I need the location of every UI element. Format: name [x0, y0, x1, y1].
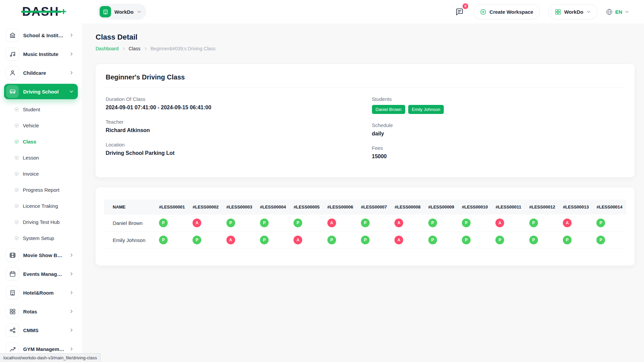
chat-icon — [455, 8, 464, 16]
field-location: LocationDriving School Parking Lot — [106, 142, 359, 156]
attendance-absent-mark: A — [193, 219, 201, 227]
chevron-down-icon — [69, 89, 74, 94]
sidebar-subitem-label: Vehicle — [23, 123, 39, 128]
language-selector[interactable]: EN — [606, 8, 629, 15]
workspace-dropdown[interactable]: WorkDo — [548, 4, 598, 19]
sidebar-subitem-system-setup[interactable]: System Setup — [4, 231, 78, 245]
sidebar-item-label: GYM Management — [23, 346, 65, 352]
sidebar: School & InstituteMusic InstituteChildca… — [0, 23, 82, 362]
column-header-less00007: #LESS00007 — [357, 199, 390, 215]
chevron-right-icon — [69, 309, 74, 314]
sidebar-item-music-institute[interactable]: Music Institute — [4, 46, 78, 62]
attendance-cell: P — [592, 215, 626, 232]
field-duration-of-class: Duration Of Class2024-09-01 07:41:00 - 2… — [106, 96, 359, 111]
sidebar-item-label: Hotel&Room — [23, 290, 65, 296]
field-value: 2024-09-01 07:41:00 - 2024-09-15 06:41:0… — [106, 105, 359, 111]
sidebar-item-school-institute[interactable]: School & Institute — [4, 27, 78, 43]
messages-button[interactable]: 0 — [454, 6, 465, 17]
sidebar-item-driving-school[interactable]: Driving School — [4, 84, 78, 99]
attendance-cell: A — [289, 232, 323, 249]
sidebar-item-cmms[interactable]: CMMS — [4, 322, 78, 338]
sidebar-item-label: CMMS — [23, 327, 65, 333]
attendance-present-mark: P — [596, 236, 605, 244]
field-label: Duration Of Class — [106, 96, 359, 102]
create-workspace-button[interactable]: Create Workspace — [473, 4, 540, 19]
messages-badge: 0 — [463, 3, 468, 9]
sidebar-subitem-vehicle[interactable]: Vehicle — [4, 119, 78, 132]
attendance-present-mark: P — [226, 219, 235, 227]
attendance-absent-mark: A — [327, 219, 336, 227]
sidebar-subitem-label: Driving Test Hub — [23, 219, 60, 225]
field-label: Schedule — [372, 122, 625, 128]
workspace-switcher[interactable]: WorkDo — [97, 4, 146, 20]
page-title: Class Detail — [96, 33, 635, 42]
attendance-cell: P — [256, 215, 289, 232]
chevron-down-icon — [137, 9, 142, 14]
attendance-present-mark: P — [462, 219, 471, 227]
sidebar-item-rotas[interactable]: Rotas — [4, 304, 78, 319]
fields-right: ScheduledailyFees15000 — [372, 122, 625, 160]
attendance-cell: A — [390, 215, 424, 232]
events-icon — [6, 267, 19, 280]
column-header-less00001: #LESS00001 — [155, 199, 189, 215]
column-header-less00002: #LESS00002 — [189, 199, 222, 215]
sidebar-subitem-licence-traking[interactable]: Licence Traking — [4, 199, 78, 213]
class-card-body: Duration Of Class2024-09-01 07:41:00 - 2… — [106, 87, 625, 168]
breadcrumb-item-dashboard[interactable]: Dashboard — [96, 46, 119, 51]
attendance-cell: P — [155, 215, 189, 232]
column-header-less00011: #LESS00011 — [491, 199, 525, 215]
attendance-absent-mark: A — [394, 219, 403, 227]
breadcrumb-separator-icon — [144, 47, 148, 51]
school-icon — [6, 29, 19, 42]
attendance-cell: P — [525, 215, 559, 232]
sidebar-item-hotel-room[interactable]: Hotel&Room — [4, 285, 78, 300]
plus-circle-icon — [480, 9, 486, 15]
cmms-icon — [6, 324, 19, 337]
chevron-down-icon — [586, 9, 591, 14]
chevron-right-icon — [69, 347, 74, 351]
field-label: Students — [372, 96, 625, 102]
column-header-less00009: #LESS00009 — [424, 199, 458, 215]
sidebar-item-label: School & Institute — [23, 33, 65, 38]
attendance-absent-mark: A — [495, 219, 504, 227]
chevron-right-icon — [69, 52, 74, 56]
childcare-icon — [6, 66, 19, 79]
attendance-cell: P — [458, 232, 491, 249]
sidebar-item-label: Driving School — [23, 89, 65, 95]
attendance-cell: P — [592, 232, 626, 249]
student-name: Daniel Brown — [104, 215, 155, 232]
sidebar-subitem-invoice[interactable]: Invoice — [4, 167, 78, 180]
attendance-cell: P — [424, 232, 458, 249]
hotel-icon — [6, 286, 19, 299]
sidebar-subitem-class[interactable]: Class — [4, 135, 78, 148]
class-detail-card: Beginner's Driving Class Duration Of Cla… — [96, 64, 635, 177]
sidebar-subitem-driving-test-hub[interactable]: Driving Test Hub — [4, 215, 78, 229]
attendance-cell: P — [155, 232, 189, 249]
sidebar-item-label: Rotas — [23, 309, 65, 314]
field-teacher: TeacherRichard Atkinson — [106, 119, 359, 133]
sidebar-item-childcare[interactable]: Childcare — [4, 65, 78, 80]
app-logo[interactable]: DASH + — [22, 6, 59, 18]
field-value: 15000 — [372, 154, 625, 160]
check-seal-icon — [14, 155, 19, 160]
sidebar-item-events-management[interactable]: Events Management — [4, 266, 78, 282]
breadcrumb-item-class[interactable]: Class — [129, 46, 141, 51]
chevron-down-icon — [625, 9, 629, 14]
chevron-right-icon — [69, 253, 74, 257]
attendance-cell: P — [559, 232, 592, 249]
column-header-less00004: #LESS00004 — [256, 199, 289, 215]
sidebar-subitem-label: System Setup — [23, 235, 54, 241]
sidebar-subitem-label: Class — [23, 139, 36, 144]
check-seal-icon — [14, 220, 19, 225]
class-card-title: Beginner's Driving Class — [106, 73, 625, 87]
student-badge-emily-johnson: Emily Johnson — [408, 105, 444, 114]
sidebar-subitem-lesson[interactable]: Lesson — [4, 151, 78, 164]
attendance-cell: P — [256, 232, 289, 249]
sidebar-item-label: Movie Show Booking — [23, 252, 65, 258]
sidebar-subitem-student[interactable]: Student — [4, 103, 78, 116]
student-name: Emily Johnson — [104, 232, 155, 249]
attendance-present-mark: P — [260, 236, 269, 244]
sidebar-subitem-progress-report[interactable]: Progress Report — [4, 183, 78, 196]
sidebar-item-movie-show-booking[interactable]: Movie Show Booking — [4, 247, 78, 263]
column-header-less00008: #LESS00008 — [390, 199, 424, 215]
